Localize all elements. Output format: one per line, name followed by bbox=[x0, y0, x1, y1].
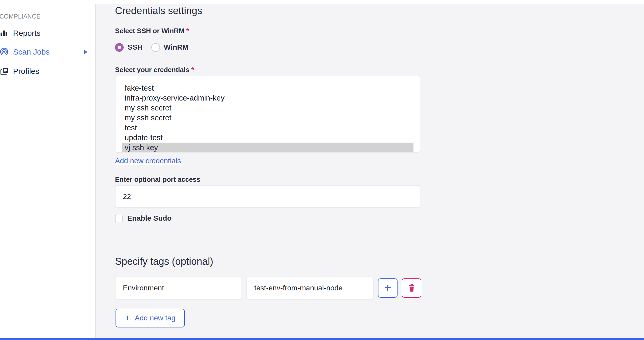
credential-option[interactable]: infra-proxy-service-admin-key bbox=[122, 93, 413, 103]
radio-ssh[interactable] bbox=[115, 43, 124, 52]
required-asterisk: * bbox=[191, 66, 194, 74]
protocol-radio-group: SSH WinRM bbox=[115, 43, 188, 52]
documents-icon bbox=[0, 67, 9, 76]
credential-option[interactable]: my ssh secret bbox=[122, 103, 413, 113]
delete-tag-row-button[interactable] bbox=[402, 278, 421, 298]
main-content: Credentials settings Select SSH or WinRM… bbox=[96, 4, 644, 338]
radio-winrm[interactable] bbox=[151, 43, 160, 52]
sidebar-item-reports[interactable]: Reports bbox=[0, 28, 96, 38]
add-new-tag-label: Add new tag bbox=[135, 314, 176, 322]
plus-icon: + bbox=[125, 313, 130, 323]
credential-option[interactable]: fake-test bbox=[122, 83, 413, 93]
tags-section-title: Specify tags (optional) bbox=[115, 256, 213, 267]
enable-sudo-checkbox[interactable] bbox=[115, 215, 123, 222]
sidebar-item-profiles[interactable]: Profiles bbox=[0, 66, 96, 76]
sidebar-item-label: Profiles bbox=[13, 67, 39, 76]
sidebar-section-label: COMPLIANCE bbox=[0, 13, 41, 20]
submenu-arrow-icon[interactable] bbox=[84, 50, 88, 54]
top-header-strip bbox=[0, 0, 644, 3]
radio-winrm-label: WinRM bbox=[164, 43, 189, 51]
radio-ssh-label: SSH bbox=[128, 43, 143, 51]
broadcast-icon bbox=[0, 48, 9, 56]
bottom-accent-bar bbox=[0, 338, 644, 340]
sidebar-item-label: Reports bbox=[13, 29, 41, 38]
credential-option[interactable]: update-test bbox=[122, 133, 413, 143]
port-input[interactable] bbox=[115, 185, 420, 208]
add-new-credentials-link[interactable]: Add new credentials bbox=[115, 157, 181, 165]
credentials-listbox[interactable]: fake-test infra-proxy-service-admin-key … bbox=[115, 76, 420, 153]
credential-option[interactable]: test bbox=[122, 123, 413, 133]
enable-sudo-row: Enable Sudo bbox=[115, 214, 172, 222]
screen: COMPLIANCE Reports Scan Jobs bbox=[0, 0, 644, 340]
port-field-label: Enter optional port access bbox=[115, 175, 200, 184]
tag-key-input[interactable] bbox=[115, 277, 242, 300]
tag-row: + bbox=[115, 277, 421, 300]
credentials-field-label: Select your credentials * bbox=[115, 66, 194, 74]
section-divider bbox=[115, 244, 420, 244]
tag-value-input[interactable] bbox=[246, 277, 373, 300]
enable-sudo-label: Enable Sudo bbox=[127, 214, 172, 222]
sidebar-item-scan-jobs[interactable]: Scan Jobs bbox=[0, 47, 96, 57]
sidebar: COMPLIANCE Reports Scan Jobs bbox=[0, 4, 96, 338]
plus-icon: + bbox=[384, 282, 391, 294]
protocol-field-label: Select SSH or WinRM * bbox=[115, 27, 189, 35]
required-asterisk: * bbox=[186, 27, 189, 35]
sidebar-item-label: Scan Jobs bbox=[13, 48, 50, 56]
credential-option[interactable]: my ssh secret bbox=[122, 113, 413, 123]
add-new-tag-button[interactable]: + Add new tag bbox=[116, 309, 185, 327]
trash-icon bbox=[407, 283, 416, 293]
page-title: Credentials settings bbox=[115, 5, 202, 16]
bar-chart-icon bbox=[0, 29, 9, 38]
add-tag-row-button[interactable]: + bbox=[378, 278, 398, 298]
credential-option-selected[interactable]: vj ssh key bbox=[122, 143, 413, 153]
